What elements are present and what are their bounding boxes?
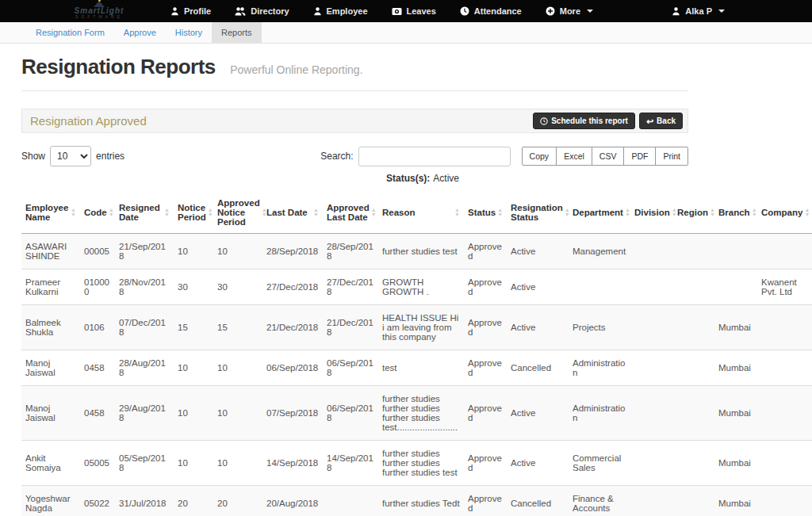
menu-label: Attendance <box>474 6 522 16</box>
chevron-down-icon <box>587 10 593 13</box>
column-header-resignation-status[interactable]: Resignation Status▲▼ <box>507 192 569 234</box>
table-cell: further studies Tedt <box>378 486 464 516</box>
table-cell: 010000 <box>80 269 115 305</box>
sort-icon: ▲▼ <box>565 208 570 217</box>
divider <box>21 90 688 91</box>
table-cell <box>630 305 673 350</box>
schedule-report-button[interactable]: Schedule this report <box>533 113 635 129</box>
back-button[interactable]: ↩ Back <box>639 113 683 129</box>
tab-history[interactable]: History <box>166 22 212 43</box>
column-header-notice-period[interactable]: Notice Period▲▼ <box>174 192 213 234</box>
status-value: Active <box>433 173 459 184</box>
table-cell <box>673 234 714 269</box>
column-header-branch[interactable]: Branch▲▼ <box>714 192 757 234</box>
table-cell <box>630 386 673 441</box>
column-header-employee-name[interactable]: Employee Name▲▼ <box>21 192 80 234</box>
menu-item-attendance[interactable]: Attendance <box>460 6 522 16</box>
table-cell: 0458 <box>80 386 115 441</box>
report-panel-header: Resignation Approved Schedule this repor… <box>21 109 688 133</box>
sort-icon: ▲▼ <box>371 208 377 217</box>
column-header-department[interactable]: Department▲▼ <box>569 192 630 234</box>
tab-reports[interactable]: Reports <box>212 22 262 43</box>
column-header-approved-last-date[interactable]: Approved Last Date▲▼ <box>323 192 378 234</box>
table-cell: 05022 <box>80 486 115 516</box>
table-cell <box>673 269 714 305</box>
table-cell: 0106 <box>80 305 115 350</box>
clock-icon <box>540 117 548 125</box>
search-input[interactable] <box>358 147 511 166</box>
menu-item-directory[interactable]: Directory <box>235 6 289 16</box>
table-row: Ankit Somaiya0500505/Sep/2018101014/Sep/… <box>21 441 812 486</box>
main-menu: Profile Directory Employee Leaves Attend… <box>170 6 593 16</box>
table-cell: Approved <box>464 486 507 516</box>
table-cell: Manoj Jaiswal <box>21 386 80 441</box>
table-cell: 10 <box>213 234 262 269</box>
menu-item-profile[interactable]: Profile <box>170 6 211 16</box>
export-button-excel[interactable]: Excel <box>556 147 592 166</box>
sort-icon: ▲▼ <box>497 208 503 217</box>
column-header-resigned-date[interactable]: Resigned Date▲▼ <box>115 192 174 234</box>
column-header-last-date[interactable]: Last Date▲▼ <box>262 192 323 234</box>
column-header-region[interactable]: Region▲▼ <box>673 192 714 234</box>
export-button-pdf[interactable]: PDF <box>623 147 656 166</box>
table-cell: 20/Aug/2018 <box>262 486 323 516</box>
table-cell: 27/Dec/2018 <box>262 269 323 305</box>
table-cell <box>323 486 378 516</box>
tab-approve[interactable]: Approve <box>114 22 166 43</box>
column-header-division[interactable]: Division▲▼ <box>630 192 673 234</box>
report-title: Resignation Approved <box>30 114 147 128</box>
table-cell: 20 <box>174 486 213 516</box>
table-cell: Mumbai <box>714 386 757 441</box>
table-cell: Projects <box>569 305 630 350</box>
table-cell: 29/Aug/2018 <box>115 386 174 441</box>
table-cell <box>714 269 757 305</box>
table-body: ASAWARI SHINDE0000521/Sep/2018101028/Sep… <box>21 234 812 516</box>
status-label: Status(s): <box>386 173 430 184</box>
menu-item-leaves[interactable]: Leaves <box>392 6 436 16</box>
logo-subtext: SOFTWARE <box>48 14 151 19</box>
app-logo[interactable]: SmartLight SOFTWARE <box>48 1 151 21</box>
table-cell: 06/Sep/2018 <box>323 386 378 441</box>
table-cell: 07/Sep/2018 <box>262 386 323 441</box>
table-cell <box>757 234 812 269</box>
export-button-copy[interactable]: Copy <box>522 147 557 166</box>
resignation-table: Employee Name▲▼Code▲▼Resigned Date▲▼Noti… <box>21 192 812 516</box>
column-label: Branch <box>718 208 750 217</box>
table-cell <box>569 269 630 305</box>
table-cell: 28/Nov/2018 <box>115 269 174 305</box>
search-export-controls: Search: CopyExcelCSVPDFPrint <box>320 147 688 166</box>
table-cell: 21/Sep/2018 <box>115 234 174 269</box>
table-cell: 30 <box>174 269 213 305</box>
user-icon <box>672 6 680 16</box>
tab-resignation-form[interactable]: Resignation Form <box>26 22 114 43</box>
table-cell: 14/Sep/2018 <box>323 441 378 486</box>
table-cell: Prameer Kulkarni <box>21 269 80 305</box>
export-button-print[interactable]: Print <box>655 147 688 166</box>
table-cell: Finance & Accounts <box>569 486 630 516</box>
table-cell <box>714 234 757 269</box>
column-header-code[interactable]: Code▲▼ <box>80 192 115 234</box>
table-cell: Cancelled <box>507 486 569 516</box>
column-header-approved-notice-period[interactable]: Approved Notice Period▲▼ <box>213 192 262 234</box>
user-menu[interactable]: Alka P <box>672 6 725 16</box>
column-label: Department <box>573 208 623 217</box>
export-button-csv[interactable]: CSV <box>592 147 625 166</box>
top-navbar: SmartLight SOFTWARE Profile Directory Em… <box>0 0 812 22</box>
entries-select[interactable]: 10 <box>50 146 91 166</box>
table-cell: test <box>378 350 464 386</box>
page-title: Resignation Reports <box>21 55 216 78</box>
table-cell: Administration <box>569 350 630 386</box>
lighthouse-icon <box>94 1 105 7</box>
column-header-reason[interactable]: Reason▲▼ <box>378 192 464 234</box>
header-row: Employee Name▲▼Code▲▼Resigned Date▲▼Noti… <box>21 192 812 234</box>
column-header-company[interactable]: Company▲▼ <box>757 192 812 234</box>
table-cell: Cancelled <box>507 350 569 386</box>
column-header-status[interactable]: Status▲▼ <box>464 192 507 234</box>
table-cell <box>673 486 714 516</box>
table-cell <box>630 486 673 516</box>
table-cell: Approved <box>464 269 507 305</box>
user-icon <box>313 6 322 16</box>
menu-item-more[interactable]: More <box>546 6 593 16</box>
menu-item-employee[interactable]: Employee <box>313 6 368 16</box>
table-cell: 10 <box>174 441 213 486</box>
